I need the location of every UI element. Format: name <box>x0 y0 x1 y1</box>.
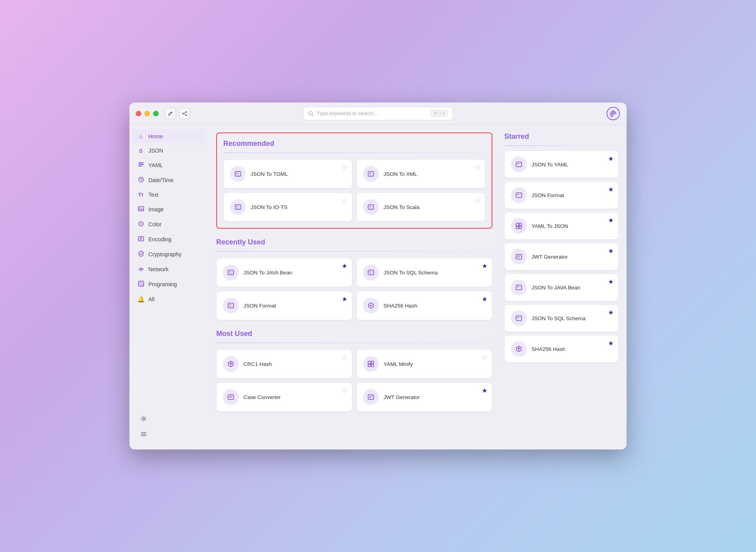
svg-rect-23 <box>138 281 144 286</box>
most-used-grid: CRC1 Hash ☆ YAML Minify ☆ <box>216 349 492 412</box>
tool-card-json-format[interactable]: JSON Format ★ <box>216 291 352 320</box>
tool-card-yaml-minify[interactable]: YAML Minify ☆ <box>356 349 492 379</box>
sidebar-item-all[interactable]: 🔔 All <box>133 292 205 306</box>
sidebar-item-yaml[interactable]: YAML <box>133 158 205 172</box>
svg-rect-8 <box>138 162 144 163</box>
star-button[interactable]: ☆ <box>475 164 480 171</box>
svg-rect-62 <box>368 364 371 367</box>
svg-rect-86 <box>516 316 522 321</box>
tool-card-crc1[interactable]: CRC1 Hash ☆ <box>216 349 352 379</box>
tool-card-json-to-toml[interactable]: JSON To TOML ☆ <box>223 159 352 188</box>
cryptography-icon <box>137 251 144 258</box>
star-button[interactable]: ☆ <box>342 164 347 171</box>
starred-card-json-format[interactable]: JSON Format ★ <box>504 181 619 209</box>
tool-card-case-converter[interactable]: Case Converter ☆ <box>216 382 352 412</box>
svg-point-22 <box>140 270 141 271</box>
recently-used-grid: JSON To JAVA Bean ★ JSON To SQL Schema ★ <box>216 258 492 320</box>
sidebar-item-cryptography[interactable]: Cryptography <box>133 247 205 261</box>
recently-used-section: Recently Used JSON To JAVA Bean ★ <box>216 238 492 320</box>
star-button[interactable]: ☆ <box>342 387 347 394</box>
starred-card-json-yaml[interactable]: JSON To YAML ★ <box>504 151 619 178</box>
svg-rect-88 <box>520 317 520 318</box>
sidebar-item-label: Date/Time <box>148 177 174 183</box>
sidebar-item-label: Home <box>148 133 163 140</box>
tool-name: JSON To SQL Schema <box>384 270 438 276</box>
star-button[interactable]: ★ <box>608 278 614 285</box>
starred-card-sha256[interactable]: SHA256 Hash ★ <box>504 335 619 363</box>
starred-card-json-sql[interactable]: JSON To SQL Schema ★ <box>504 304 619 332</box>
tool-icon <box>511 341 527 357</box>
tool-card-json-to-iots[interactable]: JSON To IO-TS ☆ <box>223 192 352 222</box>
svg-rect-67 <box>368 395 374 399</box>
star-button[interactable]: ★ <box>482 295 487 303</box>
sidebar: ⌂ Home {} JSON YAML <box>129 125 208 449</box>
sidebar-item-json[interactable]: {} JSON <box>133 144 205 157</box>
starred-card-yaml-json[interactable]: YAML To JSON ★ <box>504 212 619 240</box>
sidebar-item-text[interactable]: Tт Text <box>133 188 205 201</box>
datetime-icon <box>137 177 144 184</box>
star-button[interactable]: ★ <box>482 262 487 270</box>
star-button[interactable]: ★ <box>482 387 487 394</box>
svg-rect-83 <box>516 285 522 290</box>
sidebar-item-encoding[interactable]: Encoding <box>133 232 205 246</box>
svg-rect-40 <box>235 205 241 209</box>
sidebar-item-network[interactable]: Network <box>133 262 205 276</box>
sidebar-item-color[interactable]: Color <box>133 217 205 231</box>
settings-button[interactable] <box>136 412 202 426</box>
sidebar-item-label: All <box>148 296 155 302</box>
svg-rect-42 <box>239 206 240 207</box>
maximize-button[interactable] <box>153 111 159 116</box>
settings-icon <box>140 416 147 423</box>
star-button[interactable]: ★ <box>342 262 347 270</box>
menu-button[interactable] <box>136 428 202 442</box>
star-button[interactable]: ☆ <box>342 354 347 361</box>
sidebar-item-home[interactable]: ⌂ Home <box>133 129 205 143</box>
star-button[interactable]: ☆ <box>475 197 480 204</box>
star-button[interactable]: ☆ <box>482 354 487 361</box>
svg-rect-58 <box>232 304 232 305</box>
sidebar-item-label: Image <box>148 206 164 213</box>
svg-rect-57 <box>229 304 231 306</box>
tool-card-json-sql[interactable]: JSON To SQL Schema ★ <box>356 258 492 287</box>
starred-card-jwt[interactable]: JWT Generator ★ <box>504 243 619 270</box>
tool-name: YAML To JSON <box>531 223 568 229</box>
close-button[interactable] <box>136 111 141 116</box>
star-button[interactable]: ★ <box>342 295 347 303</box>
star-button[interactable]: ★ <box>608 186 614 193</box>
tool-card-jwt-gen[interactable]: JWT Generator ★ <box>356 382 492 412</box>
titlebar-icons <box>165 108 190 119</box>
edit-icon-button[interactable] <box>165 108 176 119</box>
tool-name: JSON To XML <box>384 171 417 177</box>
tool-icon <box>230 166 246 182</box>
most-used-title: Most Used <box>216 330 492 338</box>
share-icon-button[interactable] <box>179 108 190 119</box>
star-button[interactable]: ☆ <box>342 197 347 204</box>
minimize-button[interactable] <box>144 111 150 116</box>
tool-card-json-java[interactable]: JSON To JAVA Bean ★ <box>216 258 352 287</box>
svg-rect-46 <box>372 206 372 207</box>
svg-rect-78 <box>516 226 518 229</box>
star-button[interactable]: ★ <box>608 309 614 316</box>
tool-icon <box>363 298 379 313</box>
star-button[interactable]: ★ <box>608 216 614 224</box>
starred-divider <box>504 145 619 146</box>
sidebar-item-programming[interactable]: Programing <box>133 277 205 291</box>
sidebar-item-datetime[interactable]: Date/Time <box>133 173 205 187</box>
tool-name: CRC1 Hash <box>243 361 272 367</box>
tool-icon <box>511 310 527 326</box>
tool-name: YAML Minify <box>384 361 413 367</box>
sidebar-item-image[interactable]: Image <box>133 202 205 216</box>
tool-name: JSON To YAML <box>531 162 568 168</box>
star-button[interactable]: ★ <box>608 339 614 347</box>
search-bar[interactable]: Type keywords to search... ⌘ + K <box>303 107 453 120</box>
svg-point-28 <box>143 418 145 420</box>
svg-rect-41 <box>236 206 238 207</box>
star-button[interactable]: ★ <box>608 155 614 162</box>
starred-card-json-java[interactable]: JSON To JAVA Bean ★ <box>504 274 619 301</box>
tool-card-sha256[interactable]: SHA256 Hash ★ <box>356 291 492 320</box>
svg-line-13 <box>141 180 142 181</box>
tool-icon <box>511 157 527 172</box>
tool-card-json-to-xml[interactable]: JSON To XML ☆ <box>356 159 485 188</box>
star-button[interactable]: ★ <box>608 247 614 255</box>
tool-card-json-to-scala[interactable]: JSON To Scala ☆ <box>356 192 485 222</box>
